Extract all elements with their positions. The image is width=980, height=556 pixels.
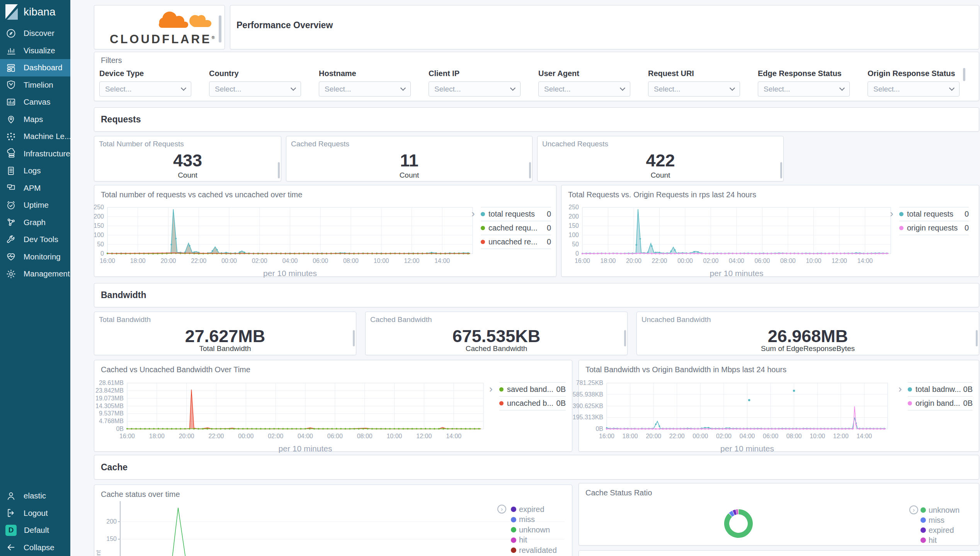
requests-section-header: Requests xyxy=(94,107,979,132)
legend-item-hit[interactable]: hit xyxy=(511,535,557,546)
legend-item-miss[interactable]: miss xyxy=(511,515,557,525)
chevron-down-icon xyxy=(949,85,954,91)
filter-select-origin-response-status[interactable]: Select... xyxy=(868,81,960,97)
legend-item-origin-band[interactable]: origin band...0B xyxy=(908,396,973,410)
svg-text:06:00: 06:00 xyxy=(313,258,328,264)
svg-text:16:00: 16:00 xyxy=(100,258,115,264)
legend-toggle-icon[interactable]: › xyxy=(497,505,506,514)
sidebar-footer-logout[interactable]: Logout xyxy=(0,505,70,522)
sidebar-item-label: Maps xyxy=(24,115,43,124)
sidebar-item-maps[interactable]: Maps xyxy=(0,111,70,128)
sidebar-item-uptime[interactable]: Uptime xyxy=(0,197,70,214)
legend-item-saved-band[interactable]: saved band...0B xyxy=(499,382,566,396)
metric-scrollbar[interactable] xyxy=(780,162,782,178)
filters-panel: Filters Device TypeSelect...CountrySelec… xyxy=(94,52,979,101)
sidebar-item-monitoring[interactable]: Monitoring xyxy=(0,248,70,266)
svg-text:10:00: 10:00 xyxy=(810,433,825,439)
sidebar-item-discover[interactable]: Discover xyxy=(0,25,70,42)
gear-icon xyxy=(6,269,16,279)
metric-scrollbar[interactable] xyxy=(624,330,626,346)
metric-scrollbar[interactable] xyxy=(529,162,531,178)
sidebar-item-dashboard[interactable]: Dashboard xyxy=(0,59,70,76)
sidebar-item-infrastructure[interactable]: Infrastructure xyxy=(0,145,70,163)
kibana-logo[interactable]: kibana xyxy=(0,0,70,25)
sidebar-item-dev-tools[interactable]: Dev Tools xyxy=(0,231,70,248)
legend-collapse-icon[interactable]: › xyxy=(898,384,902,394)
metric-title: Total Number of Requests xyxy=(99,140,184,148)
legend-label: total requests xyxy=(907,210,953,219)
filter-label: Client IP xyxy=(429,69,521,78)
filter-select-edge-response-status[interactable]: Select... xyxy=(758,81,850,97)
svg-text:195.313KB: 195.313KB xyxy=(573,414,603,420)
filter-select-request-uri[interactable]: Select... xyxy=(648,81,740,97)
chart-total-vs-origin-bandwidth: Total Bandwidth vs Origin Bandwidth in M… xyxy=(578,360,979,452)
legend-item-unknown[interactable]: unknown xyxy=(511,525,557,535)
legend-item-expired[interactable]: expired xyxy=(511,504,557,515)
svg-text:10:00: 10:00 xyxy=(806,258,821,264)
sidebar-footer-default[interactable]: DDefault xyxy=(0,522,70,539)
legend-collapse-icon[interactable]: › xyxy=(890,208,893,219)
svg-text:781.25KB: 781.25KB xyxy=(576,380,603,386)
svg-text:28.61MB: 28.61MB xyxy=(99,380,124,386)
logo-panel-scrollbar[interactable] xyxy=(219,15,221,42)
legend-collapse-icon[interactable]: › xyxy=(489,384,493,394)
chart-cache-status-over-time: Cache status over time 200150Count›expir… xyxy=(94,485,572,556)
sidebar-item-label: Default xyxy=(24,525,49,535)
legend-item-total-badnw[interactable]: total badnw...0B xyxy=(908,382,973,396)
sidebar-item-visualize[interactable]: Visualize xyxy=(0,42,70,59)
legend-value: 0 xyxy=(965,224,969,232)
sidebar-item-graph[interactable]: Graph xyxy=(0,214,70,231)
legend-item-cached-requ[interactable]: cached requ...0 xyxy=(481,221,551,235)
svg-text:02:00: 02:00 xyxy=(703,258,718,264)
legend-item-total-requests[interactable]: total requests0 xyxy=(899,207,969,221)
legend-item-revalidated[interactable]: revalidated xyxy=(511,545,557,556)
donut-slice-revalidated[interactable] xyxy=(738,509,738,514)
sidebar-footer-elastic[interactable]: elastic xyxy=(0,487,70,505)
sidebar-item-label: Machine Le... xyxy=(24,132,70,141)
sidebar-item-management[interactable]: Management xyxy=(0,265,70,283)
legend-end-rule xyxy=(499,410,566,410)
legend-label: uncached re... xyxy=(488,237,538,246)
filter-select-hostname[interactable]: Select... xyxy=(319,81,411,97)
filter-select-user-agent[interactable]: Select... xyxy=(538,81,630,97)
svg-text:22:00: 22:00 xyxy=(669,433,685,439)
svg-text:08:00: 08:00 xyxy=(343,258,359,264)
legend-collapse-icon[interactable]: › xyxy=(471,208,475,219)
legend-item-origin-requests[interactable]: origin requests0 xyxy=(899,221,969,235)
bandwidth-section-title: Bandwidth xyxy=(94,290,146,300)
sidebar-item-machine-le[interactable]: Machine Le... xyxy=(0,128,70,145)
sidebar-item-canvas[interactable]: Canvas xyxy=(0,93,70,111)
compass-icon xyxy=(6,28,16,39)
chart-requests-over-time: Total number of requests vs cached vs un… xyxy=(94,185,556,277)
svg-text:06:00: 06:00 xyxy=(754,258,770,264)
legend-dot xyxy=(908,401,912,405)
legend-item-total-requests[interactable]: total requests0 xyxy=(481,207,551,221)
legend-item-uncached-re[interactable]: uncached re...0 xyxy=(481,235,551,249)
metric-scrollbar[interactable] xyxy=(976,330,978,346)
legend-label: revalidated xyxy=(519,546,557,555)
filter-select-client-ip[interactable]: Select... xyxy=(429,81,521,97)
metric-value: 27.627MB xyxy=(94,326,356,346)
chevron-down-icon xyxy=(730,85,735,91)
sidebar-item-apm[interactable]: APM xyxy=(0,180,70,197)
metric-title: Uncached Bandwidth xyxy=(641,315,711,324)
filter-placeholder: Select... xyxy=(434,85,461,93)
metric-scrollbar[interactable] xyxy=(353,330,355,346)
chevron-down-icon xyxy=(839,85,845,91)
svg-text:00:00: 00:00 xyxy=(221,258,237,264)
sidebar-footer: elasticLogoutDDefaultCollapse xyxy=(0,487,70,556)
sidebar-item-logs[interactable]: Logs xyxy=(0,162,70,180)
cloudflare-cloud-icon xyxy=(147,8,215,32)
svg-text:200: 200 xyxy=(106,518,117,525)
map-pin-icon xyxy=(6,114,16,124)
donut-slice-unknown[interactable] xyxy=(724,509,753,538)
legend-item-uncached-b[interactable]: uncached b...0B xyxy=(499,396,566,410)
sidebar-footer-collapse[interactable]: Collapse xyxy=(0,539,70,556)
filter-select-device-type[interactable]: Select... xyxy=(99,81,191,97)
svg-text:12:00: 12:00 xyxy=(832,258,847,264)
filters-panel-scrollbar[interactable] xyxy=(963,68,965,81)
metric-scrollbar[interactable] xyxy=(278,162,280,178)
filter-select-country[interactable]: Select... xyxy=(209,81,301,97)
sidebar-item-timelion[interactable]: Timelion xyxy=(0,76,70,94)
svg-text:10:00: 10:00 xyxy=(374,258,389,264)
